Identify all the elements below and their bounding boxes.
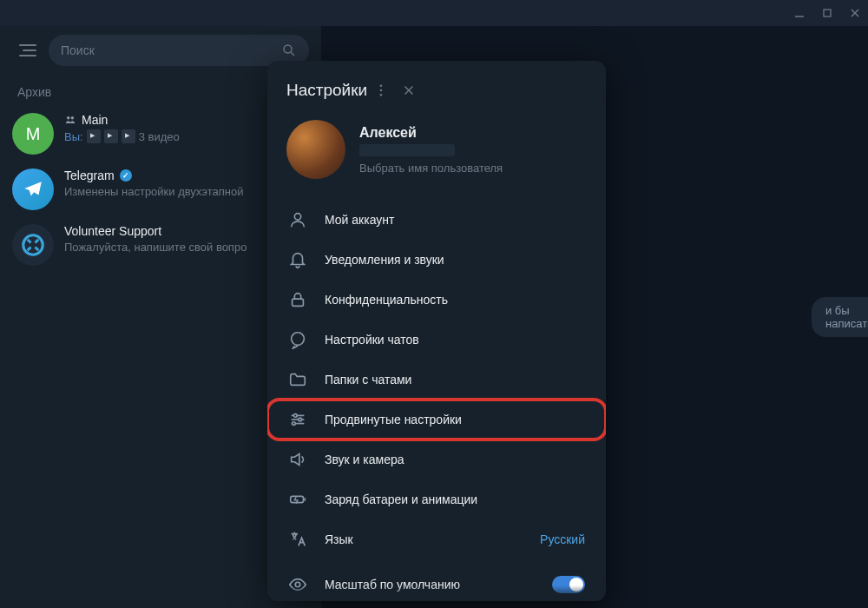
dots-vertical-icon (373, 83, 389, 98)
settings-item-folders[interactable]: Папки с чатами (267, 360, 606, 400)
svg-point-8 (23, 235, 43, 255)
chat-preview: Изменены настройки двухэтапной (64, 185, 243, 198)
profile-username-hint: Выбрать имя пользователя (359, 162, 587, 175)
svg-point-25 (295, 582, 300, 587)
menu-label: Продвинутые настройки (325, 413, 462, 426)
settings-item-advanced[interactable]: Продвинутые настройки (267, 400, 606, 439)
svg-point-7 (71, 116, 75, 120)
scale-label: Масштаб по умолчанию (325, 578, 535, 591)
profile-phone-redacted (359, 144, 455, 156)
video-thumbnail-icon (104, 129, 118, 143)
minimize-button[interactable] (793, 7, 806, 19)
svg-rect-1 (824, 10, 831, 17)
svg-point-11 (380, 94, 383, 96)
settings-item-account[interactable]: Мой аккаунт (267, 200, 606, 240)
svg-point-9 (380, 84, 383, 87)
language-icon (288, 530, 307, 549)
chat-preview: Пожалуйста, напишите свой вопро (64, 241, 247, 254)
profile-avatar (286, 120, 345, 179)
profile-section[interactable]: Алексей Выбрать имя пользователя (267, 115, 606, 195)
menu-label: Заряд батареи и анимации (325, 492, 477, 506)
language-value: Русский (540, 532, 585, 546)
svg-point-18 (293, 414, 297, 418)
settings-item-language[interactable]: Язык Русский (267, 519, 606, 559)
video-thumbnail-icon (122, 129, 135, 143)
battery-icon (288, 490, 307, 509)
maximize-button[interactable] (821, 7, 833, 19)
settings-item-chat[interactable]: Настройки чатов (267, 320, 606, 360)
hint-bubble: и бы написать (812, 297, 868, 337)
svg-point-6 (67, 116, 70, 120)
more-options-button[interactable] (367, 76, 395, 104)
default-scale-toggle[interactable] (552, 576, 585, 593)
settings-item-battery[interactable]: Заряд батареи и анимации (267, 479, 606, 519)
chat-name: Main (82, 113, 108, 127)
chat-name: Telegram (64, 169, 115, 182)
speaker-icon (288, 450, 307, 469)
settings-item-notifications[interactable]: Уведомления и звуки (267, 240, 606, 280)
menu-label: Настройки чатов (325, 333, 419, 347)
svg-point-16 (292, 333, 305, 346)
sliders-icon (288, 410, 307, 429)
bell-icon (288, 250, 307, 269)
menu-label: Звук и камера (325, 453, 404, 466)
settings-item-privacy[interactable]: Конфиденциальность (267, 280, 606, 320)
menu-label: Конфиденциальность (325, 293, 448, 307)
settings-item-sound-camera[interactable]: Звук и камера (267, 439, 606, 479)
folder-icon (288, 370, 307, 389)
group-icon (64, 114, 76, 126)
avatar: M (12, 113, 54, 155)
lock-icon (288, 290, 307, 309)
search-placeholder: Поиск (61, 43, 95, 57)
svg-point-22 (293, 422, 296, 426)
svg-rect-15 (293, 299, 304, 306)
search-icon (281, 43, 297, 58)
hamburger-menu-button[interactable] (12, 40, 36, 61)
profile-name: Алексей (359, 125, 587, 141)
account-icon (288, 210, 307, 229)
avatar (12, 169, 54, 210)
video-thumbnail-icon (87, 129, 101, 143)
default-scale-row: Масштаб по умолчанию (267, 565, 606, 598)
svg-line-5 (291, 52, 294, 56)
svg-point-20 (299, 418, 302, 421)
svg-point-4 (284, 45, 292, 53)
close-window-button[interactable] (849, 7, 861, 19)
chat-name: Volunteer Support (64, 224, 161, 238)
settings-dialog: Настройки Алексей Выбрать имя пользовате… (267, 61, 606, 601)
menu-label: Уведомления и звуки (325, 253, 444, 267)
chat-you-prefix: Вы: (64, 130, 83, 143)
telegram-logo-icon (22, 178, 44, 201)
support-icon (20, 232, 46, 258)
search-input[interactable]: Поиск (49, 35, 309, 66)
menu-label: Папки с чатами (325, 373, 411, 387)
verified-icon (120, 169, 132, 182)
avatar (12, 224, 54, 266)
svg-point-10 (380, 89, 383, 92)
close-dialog-button[interactable] (395, 76, 423, 104)
chat-icon (288, 330, 307, 349)
eye-icon (288, 575, 307, 594)
svg-point-14 (294, 214, 300, 220)
menu-label: Язык (325, 532, 353, 546)
menu-label: Мой аккаунт (325, 213, 394, 227)
settings-title: Настройки (286, 81, 367, 100)
window-titlebar (0, 0, 868, 26)
close-icon (401, 83, 417, 98)
chat-preview: 3 видео (139, 130, 180, 143)
